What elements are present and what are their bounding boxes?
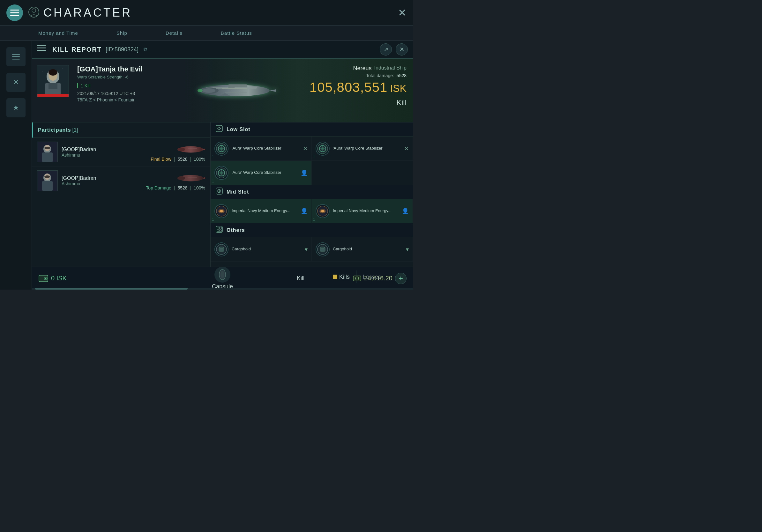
others-header: Others — [211, 223, 413, 237]
low-slot-item-2[interactable]: 1 'Aura' Warp Core Stabilizer ✕ — [312, 137, 413, 161]
player-name: [GOA]Tanja the Evil — [77, 65, 143, 73]
export-button[interactable]: ↗ — [380, 43, 392, 55]
close-button[interactable]: ✕ — [398, 7, 407, 19]
svg-rect-6 — [12, 56, 20, 57]
mid-slot-item-qty-1: 1 — [212, 217, 214, 222]
tab-divider — [356, 270, 356, 283]
others-dropdown-2[interactable]: ▾ — [406, 246, 409, 253]
svg-point-81 — [45, 278, 46, 279]
svg-point-83 — [220, 271, 224, 279]
participant-name-1: [GOOP]Badran — [62, 147, 96, 153]
slots-panel: Low Slot 1 — [211, 122, 413, 290]
kill-report-panel: KILL REPORT [ID:5890324] ⧉ ↗ ✕ — [32, 41, 413, 290]
mid-slot-icon — [216, 187, 223, 196]
sidebar: ✕ ★ — [0, 41, 32, 290]
tab-details[interactable]: Details — [166, 30, 183, 36]
low-slot-person-3[interactable]: 👤 — [301, 169, 308, 176]
copy-icon[interactable]: ⧉ — [144, 46, 147, 52]
export-icon: ↗ — [384, 46, 388, 53]
others-dropdown-1[interactable]: ▾ — [305, 246, 308, 253]
others-item-1[interactable]: Cargohold ▾ — [211, 237, 312, 262]
player-avatar — [37, 65, 69, 97]
svg-rect-9 — [37, 47, 46, 48]
close-icon: ✕ — [400, 46, 404, 53]
svg-point-47 — [178, 176, 185, 180]
kill-badge: 1 Kill — [77, 83, 143, 88]
svg-point-38 — [178, 148, 185, 152]
kills-label: Kills — [339, 274, 350, 280]
low-slot-item-1[interactable]: 1 'Aura' Warp Core Stabilizer ✕ — [211, 137, 312, 161]
low-slot-item-3[interactable]: 1 'Aura' Warp Core Stabilizer 👤 — [211, 161, 312, 185]
kills-dot — [333, 275, 337, 279]
tab-money-and-time[interactable]: Money and Time — [38, 30, 78, 36]
svg-rect-10 — [37, 50, 46, 51]
content-area: KILL REPORT [ID:5890324] ⧉ ↗ ✕ — [32, 41, 413, 290]
player-info: [GOA]Tanja the Evil Warp Scramble Streng… — [74, 59, 146, 122]
scrollbar-thumb[interactable] — [35, 288, 188, 290]
mid-slot-person-2[interactable]: 👤 — [402, 208, 409, 215]
others-item-icon-2 — [316, 242, 330, 256]
svg-point-25 — [197, 89, 203, 92]
sidebar-item-menu[interactable] — [6, 47, 26, 66]
svg-rect-27 — [225, 92, 247, 93]
svg-rect-0 — [10, 10, 19, 11]
ship-stats: Nereus Industrial Ship Total damage: 552… — [324, 59, 413, 122]
sidebar-item-star[interactable]: ★ — [6, 98, 26, 117]
others-item-2[interactable]: Cargohold ▾ — [312, 237, 413, 262]
kr-menu-button[interactable] — [37, 44, 48, 55]
capsule-icon — [214, 267, 230, 283]
mid-slot-person-1[interactable]: 👤 — [301, 208, 308, 215]
bottom-isk-value: 0 ISK — [51, 275, 67, 282]
sidebar-item-close[interactable]: ✕ — [6, 73, 26, 92]
mid-slot-item-qty-2: 1 — [313, 217, 315, 222]
main-area: ✕ ★ KILL REPORT [ID:5890324] ⧉ — [0, 41, 413, 290]
svg-point-61 — [219, 190, 220, 192]
kill-report-info: [GOA]Tanja the Evil Warp Scramble Streng… — [32, 59, 413, 122]
svg-point-67 — [321, 210, 324, 212]
participants-count: [1] — [72, 127, 78, 133]
mid-slot-header: Mid Slot — [211, 185, 413, 199]
low-slot-item-name-3: 'Aura' Warp Core Stabilizer — [232, 170, 281, 175]
add-credits-button[interactable]: + — [395, 273, 407, 284]
low-slot-item-name-1: 'Aura' Warp Core Stabilizer — [232, 146, 281, 151]
menu-button[interactable] — [6, 4, 23, 21]
svg-point-4 — [32, 9, 36, 13]
low-slot-remove-1[interactable]: ✕ — [303, 145, 308, 152]
svg-rect-8 — [37, 45, 46, 46]
kr-close-button[interactable]: ✕ — [396, 43, 408, 55]
low-slot-item-icon-3 — [214, 166, 228, 180]
others-title: Others — [227, 228, 245, 233]
kill-report-body: Participants [1] — [32, 122, 413, 290]
kill-result: Kill — [396, 98, 407, 107]
mid-slot-item-2[interactable]: 1 Imperial Navy Medium Energy... — [312, 199, 413, 223]
svg-marker-22 — [269, 89, 276, 92]
character-icon — [28, 6, 39, 19]
mid-slot-items-row: 1 Imperial Navy Medium Energy... — [211, 199, 413, 223]
participant-row[interactable]: [GOOP]Badran Ashimmu — [32, 138, 210, 166]
top-bar: CHARACTER ✕ — [0, 0, 413, 26]
participant-stats-1: Final Blow | 5528 | 100% — [151, 142, 205, 162]
participant-row-2[interactable]: [GOOP]Badran Ashimmu — [32, 166, 210, 195]
kills-tab[interactable]: Kills — [333, 274, 350, 280]
svg-rect-30 — [235, 87, 247, 88]
avatar-image — [37, 65, 69, 97]
others-items-row: Cargohold ▾ Cargohold — [211, 237, 413, 262]
top-damage-label: Top Damage — [146, 185, 171, 190]
tab-battle-status[interactable]: Battle Status — [221, 30, 252, 36]
others-item-name-1: Cargohold — [232, 246, 251, 252]
mid-slot-item-icon-2 — [316, 204, 330, 218]
low-slot-remove-2[interactable]: ✕ — [404, 145, 409, 152]
svg-rect-72 — [219, 230, 221, 232]
low-slot-item-icon-2 — [316, 142, 330, 156]
others-item-name-2: Cargohold — [333, 246, 352, 252]
scrollbar[interactable] — [32, 288, 413, 290]
losses-label[interactable]: Losses — [363, 274, 381, 280]
low-slot-item-name-2: 'Aura' Warp Core Stabilizer — [333, 146, 382, 151]
tab-ship[interactable]: Ship — [116, 30, 127, 36]
mid-slot-item-1[interactable]: 1 Imperial Navy Medium Energy... — [211, 199, 312, 223]
mid-slot-item-name-1: Imperial Navy Medium Energy... — [232, 208, 290, 214]
svg-rect-49 — [216, 125, 222, 132]
kill-location: 75FA-Z < Phoenix < Fountain — [77, 97, 143, 102]
svg-point-44 — [44, 175, 50, 178]
low-slot-header: Low Slot — [211, 122, 413, 137]
